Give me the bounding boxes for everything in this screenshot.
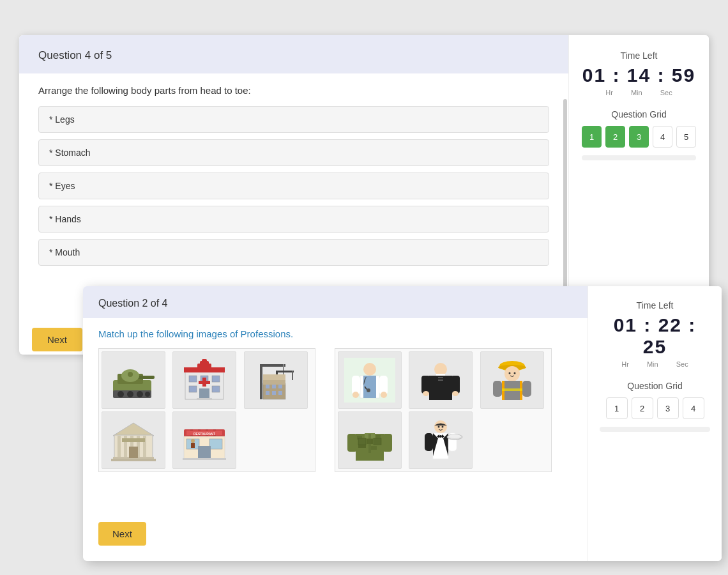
- svg-point-123: [448, 434, 461, 438]
- back-q-cell-2[interactable]: 2: [605, 126, 625, 148]
- svg-rect-25: [199, 381, 210, 384]
- left-img-museum[interactable]: [102, 411, 165, 469]
- images-grid: RESTAURANT: [98, 348, 572, 472]
- scroll-indicator: [563, 99, 567, 316]
- images-divider: [315, 348, 335, 472]
- left-images-panel: RESTAURANT: [98, 348, 315, 472]
- svg-point-84: [423, 391, 429, 396]
- back-q-cell-4[interactable]: 4: [653, 126, 672, 148]
- right-img-doctor[interactable]: [338, 351, 402, 409]
- right-img-worker[interactable]: [480, 351, 544, 409]
- back-time-sec: Sec: [660, 89, 672, 96]
- svg-point-9: [127, 391, 133, 397]
- back-q-cell-5[interactable]: 5: [676, 126, 696, 148]
- svg-point-73: [353, 392, 359, 398]
- right-img-soldier[interactable]: [338, 411, 402, 469]
- svg-rect-86: [438, 377, 443, 378]
- svg-rect-21: [212, 386, 220, 392]
- svg-rect-83: [451, 376, 460, 394]
- svg-rect-51: [122, 438, 145, 442]
- svg-text:RESTAURANT: RESTAURANT: [193, 432, 215, 436]
- svg-point-112: [438, 426, 440, 428]
- front-question-grid: 1 2 3 4: [600, 397, 710, 419]
- svg-rect-38: [266, 391, 269, 395]
- svg-rect-43: [118, 436, 121, 457]
- back-sidebar-scrollbar: [582, 155, 696, 160]
- svg-point-10: [137, 391, 143, 397]
- svg-rect-37: [278, 385, 282, 388]
- back-card-header: Question 4 of 5: [19, 35, 568, 73]
- right-img-empty: [480, 411, 544, 469]
- svg-rect-16: [197, 364, 211, 369]
- back-card-question-text: Arrange the following body parts from he…: [38, 85, 549, 96]
- svg-rect-40: [278, 391, 282, 395]
- svg-rect-62: [198, 446, 211, 459]
- back-next-button[interactable]: Next: [32, 328, 82, 351]
- svg-rect-22: [199, 388, 209, 399]
- svg-rect-103: [371, 446, 377, 450]
- back-q-cell-1[interactable]: 1: [582, 126, 602, 148]
- svg-point-67: [363, 363, 376, 376]
- back-time-min: Min: [631, 89, 642, 96]
- right-img-waiter[interactable]: [409, 411, 473, 469]
- back-q-cell-3[interactable]: 3: [629, 126, 649, 148]
- front-time-units: Hr Min Sec: [600, 360, 710, 368]
- svg-rect-23: [197, 398, 212, 400]
- svg-rect-105: [368, 434, 371, 453]
- svg-rect-19: [212, 376, 220, 382]
- front-q-cell-3[interactable]: 3: [657, 397, 679, 419]
- front-card-main: Question 2 of 4 Match up the following i…: [83, 286, 588, 561]
- drag-item-2[interactable]: * Stomach: [38, 139, 549, 166]
- svg-rect-87: [438, 379, 443, 381]
- front-grid-label: Question Grid: [600, 381, 710, 391]
- drag-item-3[interactable]: * Eyes: [38, 172, 549, 199]
- front-card-sidebar: Time Left 01 : 22 : 25 Hr Min Sec Questi…: [588, 286, 722, 561]
- svg-rect-64: [191, 443, 195, 448]
- back-time-hr: Hr: [605, 89, 613, 96]
- drag-item-1[interactable]: * Legs: [38, 106, 549, 133]
- left-img-empty: [244, 411, 308, 469]
- svg-rect-35: [266, 385, 269, 388]
- svg-rect-2: [137, 376, 155, 379]
- left-img-construction[interactable]: [244, 351, 308, 409]
- svg-rect-81: [429, 376, 452, 400]
- svg-point-8: [118, 391, 124, 397]
- back-time-value: 01 : 14 : 59: [582, 65, 696, 86]
- drag-item-5[interactable]: * Mouth: [38, 239, 549, 266]
- front-time-sec: Sec: [676, 360, 688, 368]
- front-q-cell-4[interactable]: 4: [683, 397, 704, 419]
- back-card-title: Question 4 of 5: [38, 49, 112, 61]
- left-img-tank[interactable]: [102, 351, 165, 409]
- svg-point-111: [434, 420, 447, 433]
- right-img-judge[interactable]: [409, 351, 473, 409]
- right-images-panel: [335, 348, 552, 472]
- svg-rect-96: [493, 381, 502, 397]
- front-card-question-text: Match up the following images of Profess…: [98, 328, 572, 339]
- svg-rect-30: [276, 371, 294, 372]
- svg-rect-97: [522, 381, 531, 397]
- front-q-cell-2[interactable]: 2: [632, 397, 653, 419]
- front-next-button[interactable]: Next: [98, 522, 146, 546]
- svg-rect-109: [383, 434, 392, 452]
- svg-rect-50: [129, 447, 138, 458]
- back-time-label: Time Left: [582, 50, 696, 61]
- svg-rect-27: [260, 364, 285, 367]
- front-q-cell-1[interactable]: 1: [606, 397, 628, 419]
- svg-point-63: [191, 439, 195, 443]
- svg-rect-106: [358, 438, 366, 445]
- svg-marker-41: [113, 423, 154, 436]
- svg-rect-36: [272, 385, 276, 388]
- svg-rect-108: [347, 434, 357, 452]
- back-time-units: Hr Min Sec: [582, 89, 696, 96]
- svg-rect-39: [272, 391, 276, 395]
- svg-rect-82: [421, 376, 430, 394]
- svg-rect-26: [260, 364, 262, 399]
- svg-point-113: [442, 426, 444, 428]
- left-img-restaurant[interactable]: RESTAURANT: [172, 411, 236, 469]
- svg-rect-61: [209, 439, 222, 449]
- left-img-hospital[interactable]: [172, 351, 236, 409]
- drag-item-4[interactable]: * Hands: [38, 206, 549, 233]
- back-question-grid: 1 2 3 4 5: [582, 126, 696, 148]
- front-time-label: Time Left: [600, 300, 710, 310]
- svg-point-92: [513, 372, 515, 374]
